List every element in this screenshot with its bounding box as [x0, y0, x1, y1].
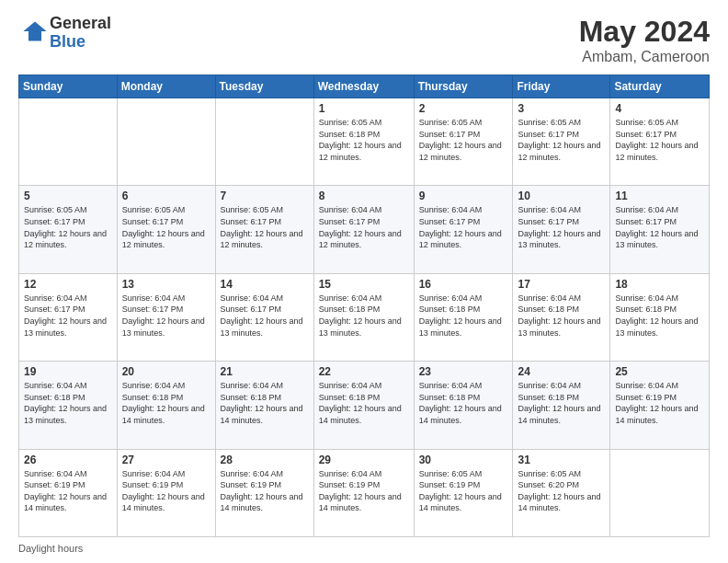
- day-header-friday: Friday: [513, 75, 610, 98]
- day-info: Sunrise: 6:04 AM Sunset: 6:19 PM Dayligh…: [221, 468, 309, 514]
- day-number: 21: [221, 365, 309, 378]
- day-header-wednesday: Wednesday: [313, 75, 414, 98]
- calendar-cell: 13Sunrise: 6:04 AM Sunset: 6:17 PM Dayli…: [117, 273, 215, 361]
- calendar-cell: 31Sunrise: 6:05 AM Sunset: 6:20 PM Dayli…: [513, 449, 610, 536]
- day-info: Sunrise: 6:04 AM Sunset: 6:18 PM Dayligh…: [24, 380, 112, 426]
- calendar-cell: 15Sunrise: 6:04 AM Sunset: 6:18 PM Dayli…: [313, 273, 414, 361]
- day-info: Sunrise: 6:04 AM Sunset: 6:17 PM Dayligh…: [221, 293, 309, 339]
- calendar-week-1: 1Sunrise: 6:05 AM Sunset: 6:18 PM Daylig…: [19, 98, 710, 186]
- day-number: 17: [518, 278, 605, 291]
- calendar-header-row: SundayMondayTuesdayWednesdayThursdayFrid…: [19, 75, 710, 98]
- day-info: Sunrise: 6:05 AM Sunset: 6:17 PM Dayligh…: [518, 117, 605, 163]
- day-number: 28: [221, 454, 309, 466]
- calendar-cell: [610, 449, 710, 536]
- logo-blue: Blue: [50, 32, 85, 51]
- day-info: Sunrise: 6:04 AM Sunset: 6:18 PM Dayligh…: [319, 380, 409, 426]
- day-number: 2: [419, 102, 508, 115]
- day-number: 10: [518, 190, 605, 202]
- calendar-cell: 17Sunrise: 6:04 AM Sunset: 6:18 PM Dayli…: [513, 273, 610, 361]
- calendar-cell: 11Sunrise: 6:04 AM Sunset: 6:17 PM Dayli…: [610, 186, 710, 273]
- calendar-cell: 14Sunrise: 6:04 AM Sunset: 6:17 PM Dayli…: [215, 273, 313, 361]
- calendar-cell: 18Sunrise: 6:04 AM Sunset: 6:18 PM Dayli…: [610, 273, 710, 361]
- day-header-monday: Monday: [117, 75, 215, 98]
- day-number: 5: [24, 190, 112, 202]
- day-info: Sunrise: 6:05 AM Sunset: 6:19 PM Dayligh…: [419, 468, 508, 514]
- calendar-cell: 20Sunrise: 6:04 AM Sunset: 6:18 PM Dayli…: [117, 362, 215, 449]
- day-info: Sunrise: 6:04 AM Sunset: 6:17 PM Dayligh…: [419, 204, 508, 250]
- calendar-cell: 30Sunrise: 6:05 AM Sunset: 6:19 PM Dayli…: [414, 449, 513, 536]
- day-number: 3: [518, 102, 605, 115]
- day-info: Sunrise: 6:04 AM Sunset: 6:18 PM Dayligh…: [319, 293, 409, 339]
- day-number: 1: [319, 102, 409, 115]
- calendar-cell: 23Sunrise: 6:04 AM Sunset: 6:18 PM Dayli…: [414, 362, 513, 449]
- day-number: 9: [419, 190, 508, 202]
- day-info: Sunrise: 6:05 AM Sunset: 6:17 PM Dayligh…: [615, 117, 704, 163]
- day-number: 16: [419, 278, 508, 291]
- day-info: Sunrise: 6:05 AM Sunset: 6:18 PM Dayligh…: [319, 117, 409, 163]
- day-number: 14: [221, 278, 309, 291]
- calendar-cell: 3Sunrise: 6:05 AM Sunset: 6:17 PM Daylig…: [513, 98, 610, 186]
- logo-text: General Blue: [50, 15, 111, 52]
- day-number: 13: [122, 278, 210, 291]
- day-info: Sunrise: 6:04 AM Sunset: 6:17 PM Dayligh…: [24, 293, 112, 339]
- day-number: 15: [319, 278, 409, 291]
- day-info: Sunrise: 6:05 AM Sunset: 6:20 PM Dayligh…: [518, 468, 605, 514]
- day-number: 12: [24, 278, 112, 291]
- calendar-cell: 26Sunrise: 6:04 AM Sunset: 6:19 PM Dayli…: [19, 449, 118, 536]
- day-info: Sunrise: 6:04 AM Sunset: 6:18 PM Dayligh…: [518, 293, 605, 339]
- location-title: Ambam, Cameroon: [579, 49, 710, 65]
- day-number: 26: [24, 454, 112, 466]
- calendar-week-2: 5Sunrise: 6:05 AM Sunset: 6:17 PM Daylig…: [19, 186, 710, 273]
- page: General Blue May 2024 Ambam, Cameroon Su…: [0, 0, 728, 563]
- day-info: Sunrise: 6:05 AM Sunset: 6:17 PM Dayligh…: [24, 204, 112, 250]
- day-number: 24: [518, 365, 605, 378]
- day-info: Sunrise: 6:04 AM Sunset: 6:19 PM Dayligh…: [24, 468, 112, 514]
- calendar-cell: 1Sunrise: 6:05 AM Sunset: 6:18 PM Daylig…: [313, 98, 414, 186]
- calendar-cell: 22Sunrise: 6:04 AM Sunset: 6:18 PM Dayli…: [313, 362, 414, 449]
- day-number: 4: [615, 102, 704, 115]
- day-number: 31: [518, 454, 605, 466]
- day-info: Sunrise: 6:04 AM Sunset: 6:18 PM Dayligh…: [615, 293, 704, 339]
- day-number: 19: [24, 365, 112, 378]
- day-info: Sunrise: 6:05 AM Sunset: 6:17 PM Dayligh…: [419, 117, 508, 163]
- day-number: 23: [419, 365, 508, 378]
- day-number: 7: [221, 190, 309, 202]
- day-info: Sunrise: 6:05 AM Sunset: 6:17 PM Dayligh…: [221, 204, 309, 250]
- calendar-cell: 2Sunrise: 6:05 AM Sunset: 6:17 PM Daylig…: [414, 98, 513, 186]
- calendar-cell: 4Sunrise: 6:05 AM Sunset: 6:17 PM Daylig…: [610, 98, 710, 186]
- day-number: 25: [615, 365, 704, 378]
- day-info: Sunrise: 6:04 AM Sunset: 6:18 PM Dayligh…: [419, 380, 508, 426]
- calendar-cell: 16Sunrise: 6:04 AM Sunset: 6:18 PM Dayli…: [414, 273, 513, 361]
- footer-note: Daylight hours: [18, 543, 710, 554]
- day-info: Sunrise: 6:04 AM Sunset: 6:19 PM Dayligh…: [319, 468, 409, 514]
- day-number: 6: [122, 190, 210, 202]
- calendar-cell: 21Sunrise: 6:04 AM Sunset: 6:18 PM Dayli…: [215, 362, 313, 449]
- header: General Blue May 2024 Ambam, Cameroon: [18, 15, 710, 65]
- calendar-cell: 8Sunrise: 6:04 AM Sunset: 6:17 PM Daylig…: [313, 186, 414, 273]
- day-number: 27: [122, 454, 210, 466]
- logo-icon: [22, 18, 48, 44]
- day-info: Sunrise: 6:04 AM Sunset: 6:17 PM Dayligh…: [319, 204, 409, 250]
- calendar-cell: [215, 98, 313, 186]
- day-header-tuesday: Tuesday: [215, 75, 313, 98]
- logo: General Blue: [18, 15, 111, 52]
- day-number: 18: [615, 278, 704, 291]
- calendar-cell: [19, 98, 118, 186]
- calendar-week-4: 19Sunrise: 6:04 AM Sunset: 6:18 PM Dayli…: [19, 362, 710, 449]
- day-header-saturday: Saturday: [610, 75, 710, 98]
- day-info: Sunrise: 6:04 AM Sunset: 6:18 PM Dayligh…: [518, 380, 605, 426]
- day-info: Sunrise: 6:04 AM Sunset: 6:17 PM Dayligh…: [615, 204, 704, 250]
- calendar-cell: [117, 98, 215, 186]
- calendar-week-5: 26Sunrise: 6:04 AM Sunset: 6:19 PM Dayli…: [19, 449, 710, 536]
- title-area: May 2024 Ambam, Cameroon: [579, 15, 710, 65]
- calendar-table: SundayMondayTuesdayWednesdayThursdayFrid…: [18, 75, 710, 537]
- calendar-cell: 27Sunrise: 6:04 AM Sunset: 6:19 PM Dayli…: [117, 449, 215, 536]
- calendar-cell: 29Sunrise: 6:04 AM Sunset: 6:19 PM Dayli…: [313, 449, 414, 536]
- logo-general: General: [50, 14, 111, 32]
- day-number: 11: [615, 190, 704, 202]
- calendar-cell: 25Sunrise: 6:04 AM Sunset: 6:19 PM Dayli…: [610, 362, 710, 449]
- day-info: Sunrise: 6:04 AM Sunset: 6:17 PM Dayligh…: [518, 204, 605, 250]
- calendar-cell: 12Sunrise: 6:04 AM Sunset: 6:17 PM Dayli…: [19, 273, 118, 361]
- day-info: Sunrise: 6:04 AM Sunset: 6:19 PM Dayligh…: [122, 468, 210, 514]
- calendar-cell: 9Sunrise: 6:04 AM Sunset: 6:17 PM Daylig…: [414, 186, 513, 273]
